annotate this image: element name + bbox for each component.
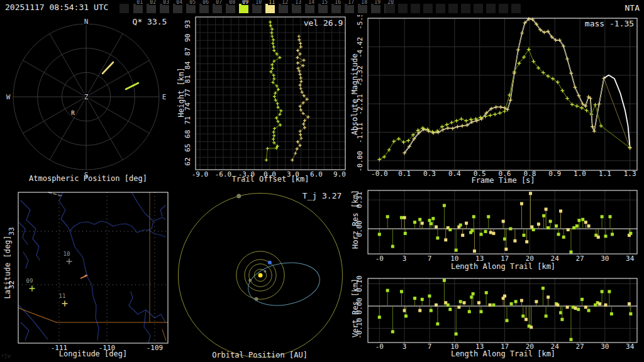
svg-text:34: 34 bbox=[626, 255, 635, 263]
status-box-blank bbox=[119, 4, 129, 13]
network-label: NTA bbox=[625, 3, 640, 13]
meteor-streak-11 bbox=[103, 62, 113, 74]
svg-text:30: 30 bbox=[601, 343, 609, 351]
svg-text:N: N bbox=[84, 18, 89, 26]
station-box-label: 01 bbox=[136, 0, 143, 5]
status-box-empty bbox=[448, 4, 458, 13]
state-borders bbox=[18, 192, 168, 341]
velocity-value: vel 26.9 bbox=[304, 18, 343, 28]
lightcurve-ylabel: Absolute Magnitude bbox=[350, 53, 359, 135]
status-box-empty bbox=[423, 4, 433, 13]
trail-offset-plot: -9.0-6.0-3.00.03.06.09.06265687174778184… bbox=[176, 15, 352, 185]
utc-timestamp: 20251117 08:54:31 UTC bbox=[5, 3, 108, 12]
trail-ylabel: Height [km] bbox=[177, 67, 186, 117]
atmospheric-position-plot: NSWEZR bbox=[0, 15, 176, 185]
svg-text:-9.0: -9.0 bbox=[192, 170, 209, 178]
svg-text:68: 68 bbox=[184, 130, 192, 138]
planet-earth bbox=[268, 261, 272, 265]
mass-value: mass -1.35 bbox=[585, 19, 634, 28]
series-station-09 bbox=[265, 21, 283, 162]
lightcurve-tick-labels: -0.00.10.30.40.50.60.80.91.01.11.3-0.00-… bbox=[356, 15, 636, 178]
trail-xlabel: Trail Offset [km] bbox=[232, 175, 309, 184]
station-box-04[interactable]: 04 bbox=[173, 4, 182, 13]
status-box-empty bbox=[411, 4, 420, 13]
svg-text:0.9: 0.9 bbox=[548, 170, 561, 178]
station-box-05[interactable]: 05 bbox=[186, 4, 196, 13]
plot-frame bbox=[368, 278, 637, 343]
station-box-13[interactable]: 13 bbox=[292, 4, 301, 13]
horz-res-ylabel: Horz Res [km] bbox=[351, 190, 360, 249]
map-ylabel: Latitude [deg] bbox=[3, 235, 12, 299]
svg-text:-0.00: -0.00 bbox=[356, 151, 364, 172]
planet-venus bbox=[248, 278, 252, 282]
station-box-12[interactable]: 12 bbox=[279, 4, 288, 13]
svg-text:93: 93 bbox=[184, 20, 192, 28]
station-box-label: 18 bbox=[360, 0, 368, 5]
station-box-label: 04 bbox=[175, 0, 183, 5]
planet-jupiter bbox=[236, 194, 241, 198]
station-box-03[interactable]: 03 bbox=[160, 4, 169, 13]
station-box-06[interactable]: 06 bbox=[199, 4, 209, 13]
status-box-empty bbox=[486, 4, 496, 13]
station-box-17[interactable]: 17 bbox=[345, 4, 354, 13]
svg-text:-109: -109 bbox=[147, 344, 164, 352]
comet-orbit bbox=[245, 258, 323, 311]
map-grid bbox=[18, 192, 168, 343]
svg-text:W: W bbox=[6, 93, 11, 101]
sun-dot bbox=[258, 273, 263, 278]
svg-text:-0.0: -0.0 bbox=[371, 170, 388, 178]
station-box-label: 03 bbox=[162, 0, 170, 5]
ground-track-arrow bbox=[80, 275, 87, 278]
stem-tick-labels: -03710131720242730340.310.00 bbox=[355, 192, 635, 263]
q-star-value: Q* 33.5 bbox=[133, 17, 167, 26]
horz-residuals-plot: -03710131720242730340.310.00 bbox=[352, 185, 644, 273]
svg-text:10: 10 bbox=[64, 251, 70, 257]
svg-text:7: 7 bbox=[428, 255, 432, 263]
station-box-08[interactable]: 08 bbox=[226, 4, 235, 13]
station-box-14[interactable]: 14 bbox=[305, 4, 314, 13]
svg-text:3: 3 bbox=[402, 255, 407, 263]
station-box-11[interactable]: 11 bbox=[265, 4, 275, 13]
planet-mercury bbox=[264, 270, 266, 273]
residual-points bbox=[378, 192, 633, 253]
station-box-label: 09 bbox=[242, 0, 249, 5]
station-box-label: 07 bbox=[215, 0, 223, 5]
station-box-10[interactable]: 10 bbox=[252, 4, 262, 13]
railway-line bbox=[48, 192, 63, 196]
station-box-07[interactable]: 07 bbox=[213, 4, 222, 13]
state-line-short bbox=[162, 329, 166, 341]
stem-grid bbox=[368, 278, 637, 343]
station-box-15[interactable]: 15 bbox=[318, 4, 328, 13]
station-box-label: 12 bbox=[281, 0, 289, 5]
svg-text:9.0: 9.0 bbox=[333, 170, 346, 178]
svg-text:34: 34 bbox=[626, 343, 635, 351]
svg-text:1.1: 1.1 bbox=[599, 170, 611, 178]
horz-res-xlabel: Length Along Trail [km] bbox=[451, 262, 555, 271]
polar-title: Atmospheric Position [deg] bbox=[29, 174, 147, 183]
svg-text:-0: -0 bbox=[375, 343, 384, 351]
station-box-02[interactable]: 02 bbox=[147, 4, 156, 13]
station-box-09[interactable]: 09 bbox=[239, 4, 248, 13]
series-station-11 bbox=[291, 35, 309, 162]
plot-frame bbox=[196, 17, 345, 170]
river-lines bbox=[19, 192, 165, 343]
orbit-title: Orbital Position [AU] bbox=[212, 351, 308, 359]
station-box-label: 15 bbox=[321, 0, 328, 5]
station-box-18[interactable]: 18 bbox=[358, 4, 367, 13]
map-xlabel: Longitude [deg] bbox=[59, 349, 127, 358]
vert-res-xlabel: Length Along Trail [km] bbox=[451, 349, 555, 358]
svg-text:E: E bbox=[162, 93, 167, 101]
station-box-19[interactable]: 19 bbox=[371, 4, 380, 13]
svg-text:62: 62 bbox=[184, 157, 192, 165]
station-box-01[interactable]: 01 bbox=[133, 4, 143, 13]
series-station-11 bbox=[402, 17, 631, 155]
orbital-position-plot bbox=[177, 185, 351, 362]
status-box-empty bbox=[511, 4, 521, 13]
svg-text:09: 09 bbox=[26, 278, 33, 284]
stem-tick-labels: -03710131720242730340.100.00-0.10 bbox=[355, 275, 635, 351]
station-box-label: 11 bbox=[268, 0, 275, 5]
station-box-16[interactable]: 16 bbox=[331, 4, 341, 13]
svg-text:3: 3 bbox=[402, 343, 407, 351]
vert-residuals-plot: -03710131720242730340.100.00-0.10 bbox=[352, 273, 644, 362]
station-box-label: 08 bbox=[228, 0, 236, 5]
